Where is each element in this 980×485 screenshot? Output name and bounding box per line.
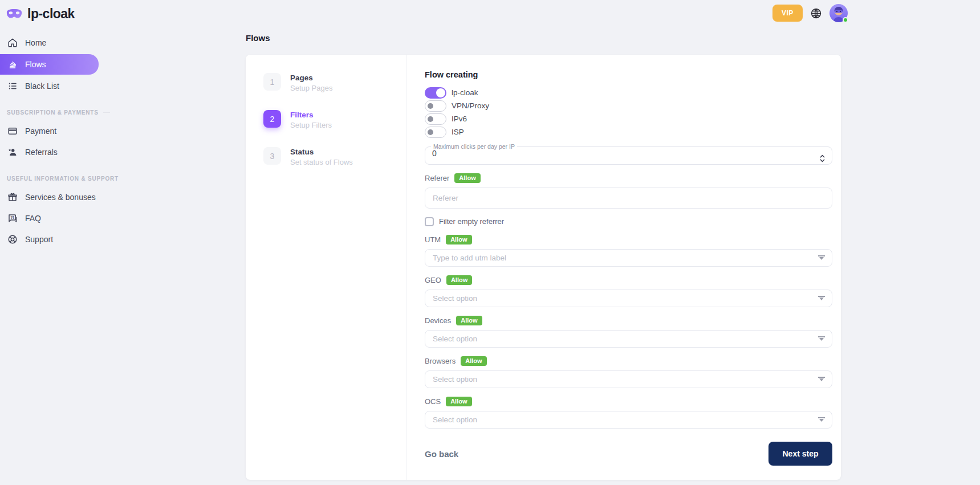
referer-allow-badge[interactable]: Allow: [454, 173, 480, 183]
main-content: Flows 1 Pages Setup Pages 2 Filters Setu…: [246, 33, 841, 480]
devices-label-row: Devices Allow: [425, 315, 832, 325]
toggle-label: VPN/Proxy: [452, 101, 489, 110]
sidebar-item-referrals[interactable]: Referrals: [0, 142, 110, 162]
topbar: lp-cloak VIP: [0, 0, 980, 27]
checkbox-label: Filter empty referrer: [439, 217, 504, 226]
toggle-row-ipv6[interactable]: IPv6: [425, 113, 832, 125]
flows-icon: [7, 59, 18, 70]
step-status[interactable]: 3 Status Set status of Flows: [263, 147, 406, 166]
select-placeholder: Select option: [433, 375, 477, 384]
utm-allow-badge[interactable]: Allow: [446, 235, 471, 244]
home-icon: [7, 38, 18, 48]
vpn-proxy-toggle[interactable]: [425, 100, 446, 112]
step-title: Filters: [290, 111, 332, 119]
toggle-knob: [426, 128, 434, 136]
sidebar-item-home[interactable]: Home: [0, 33, 110, 52]
brand-logo: lp-cloak: [6, 6, 75, 22]
step-number-badge: 3: [263, 147, 281, 165]
online-status-dot: [843, 17, 848, 23]
globe-icon[interactable]: [810, 7, 822, 19]
max-clicks-field: Maximum clicks per day per IP: [425, 143, 832, 165]
flow-creating-form: Flow creating lp-cloak VPN/Proxy IPv6 IS…: [406, 55, 841, 480]
sidebar-section-subscription: SUBSCRIPTION & PAYMENTS: [7, 109, 110, 116]
sidebar-item-services-bonuses[interactable]: Services & bonuses: [0, 188, 110, 207]
sidebar-item-label: Support: [25, 235, 53, 244]
credit-card-icon: [7, 126, 18, 136]
step-number-badge: 1: [263, 73, 281, 91]
browsers-select[interactable]: Select option: [425, 370, 832, 388]
filter-empty-referrer-row[interactable]: Filter empty referrer: [425, 217, 832, 226]
sidebar-item-label: Payment: [25, 127, 56, 136]
gift-icon: [7, 192, 18, 202]
step-title: Pages: [290, 74, 332, 82]
sidebar-item-payment[interactable]: Payment: [0, 121, 110, 141]
referer-input[interactable]: [425, 188, 832, 209]
faq-bubble-icon: ?!: [7, 213, 18, 223]
referer-label-row: Referer Allow: [425, 173, 832, 183]
toggle-row-isp[interactable]: ISP: [425, 126, 832, 138]
user-avatar[interactable]: [829, 4, 848, 22]
person-add-icon: [7, 147, 18, 157]
lifebuoy-icon: [7, 234, 18, 244]
page-title: Flows: [246, 33, 841, 43]
step-title: Status: [290, 148, 353, 156]
toggle-label: IPv6: [452, 115, 467, 123]
geo-select[interactable]: Select option: [425, 290, 832, 307]
number-stepper-icon[interactable]: [820, 154, 825, 163]
section-divider: [103, 112, 110, 113]
ocs-allow-badge[interactable]: Allow: [446, 397, 471, 406]
step-subtitle: Set status of Flows: [290, 158, 353, 166]
ocs-label: OCS: [425, 397, 441, 406]
select-placeholder: Select option: [433, 335, 477, 343]
geo-allow-badge[interactable]: Allow: [446, 275, 472, 285]
stepper: 1 Pages Setup Pages 2 Filters Setup Filt…: [246, 55, 406, 480]
dropdown-caret-icon: [819, 378, 824, 381]
max-clicks-input[interactable]: [432, 149, 797, 158]
filter-empty-referrer-checkbox[interactable]: [425, 217, 434, 226]
toggle-knob: [426, 102, 434, 110]
sidebar-item-flows[interactable]: Flows: [0, 54, 99, 75]
ocs-select[interactable]: Select option: [425, 411, 832, 429]
lp-cloak-toggle[interactable]: [425, 87, 446, 99]
toggle-knob: [426, 115, 434, 123]
ocs-label-row: OCS Allow: [425, 396, 832, 406]
sidebar-item-faq[interactable]: ?! FAQ: [0, 209, 110, 228]
toggle-row-vpn-proxy[interactable]: VPN/Proxy: [425, 100, 832, 112]
sidebar: Home Flows Black List SUBSCRIPTION & PAY…: [0, 33, 110, 251]
geo-label: GEO: [425, 276, 441, 284]
next-step-button[interactable]: Next step: [768, 442, 832, 466]
utm-text-input[interactable]: [433, 250, 824, 266]
toggle-knob: [436, 88, 445, 97]
sidebar-item-label: Home: [25, 38, 46, 47]
go-back-button[interactable]: Go back: [425, 449, 458, 459]
blacklist-icon: [7, 81, 18, 91]
devices-select[interactable]: Select option: [425, 330, 832, 348]
dropdown-caret-icon: [819, 419, 824, 422]
sidebar-item-label: Referrals: [25, 148, 58, 157]
utm-label: UTM: [425, 235, 441, 244]
sidebar-item-label: FAQ: [25, 214, 41, 223]
step-subtitle: Setup Filters: [290, 121, 332, 129]
sidebar-item-support[interactable]: Support: [0, 230, 110, 249]
isp-toggle[interactable]: [425, 127, 446, 138]
browsers-allow-badge[interactable]: Allow: [461, 356, 486, 366]
sidebar-item-black-list[interactable]: Black List: [0, 76, 110, 96]
svg-text:?!: ?!: [10, 215, 14, 219]
select-placeholder: Select option: [433, 294, 477, 303]
toggle-label: ISP: [452, 128, 464, 136]
ipv6-toggle[interactable]: [425, 113, 446, 125]
step-pages[interactable]: 1 Pages Setup Pages: [263, 73, 406, 92]
browsers-label-row: Browsers Allow: [425, 356, 832, 366]
browsers-label: Browsers: [425, 357, 456, 365]
step-filters[interactable]: 2 Filters Setup Filters: [263, 110, 406, 129]
sidebar-item-label: Services & bonuses: [25, 193, 96, 202]
vip-button[interactable]: VIP: [772, 5, 803, 22]
mask-logo-icon: [6, 8, 23, 21]
sidebar-section-support: USEFUL INFORMATION & SUPPORT: [7, 176, 110, 182]
step-subtitle: Setup Pages: [290, 84, 332, 92]
toggle-row-lp-cloak[interactable]: lp-cloak: [425, 87, 832, 99]
devices-allow-badge[interactable]: Allow: [456, 316, 482, 325]
step-number-badge: 2: [263, 110, 281, 128]
sidebar-item-label: Flows: [25, 60, 46, 69]
utm-input[interactable]: [425, 249, 832, 267]
